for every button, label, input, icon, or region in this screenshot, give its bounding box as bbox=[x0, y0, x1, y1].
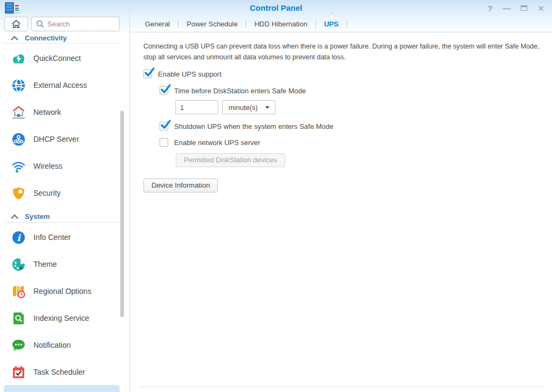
bottom-divider bbox=[139, 387, 543, 387]
home-button[interactable] bbox=[4, 17, 28, 31]
tab-separator bbox=[347, 20, 347, 28]
sidebar-item-label: Regional Options bbox=[33, 287, 91, 295]
sidebar-item-label: Network bbox=[33, 108, 61, 116]
time-unit-value: minute(s) bbox=[229, 104, 258, 112]
shutdown-ups-checkbox[interactable] bbox=[160, 122, 168, 130]
sidebar-item-label: QuickConnect bbox=[33, 54, 81, 63]
sidebar-item-label: Wireless bbox=[33, 162, 63, 170]
ups-description: Connecting a USB UPS can prevent data lo… bbox=[143, 41, 549, 63]
checkmark-icon bbox=[160, 84, 171, 94]
time-value-input[interactable] bbox=[175, 100, 218, 114]
sidebar-item-label: Task Scheduler bbox=[33, 368, 85, 376]
tab-general[interactable]: General bbox=[137, 16, 178, 32]
sidebar-section-system[interactable]: System bbox=[0, 211, 125, 221]
sidebar-item-selected-partial[interactable] bbox=[4, 385, 120, 392]
sidebar-item-info-center[interactable]: i Info Center bbox=[0, 224, 125, 251]
section-label: Connectivity bbox=[25, 34, 67, 42]
time-input-row: minute(s) bbox=[175, 100, 543, 114]
sidebar-item-quickconnect[interactable]: QuickConnect bbox=[0, 45, 125, 72]
checkmark-icon bbox=[160, 119, 171, 130]
speech-bubble-icon bbox=[11, 338, 26, 353]
sidebar-item-task-scheduler[interactable]: Task Scheduler bbox=[0, 359, 125, 386]
main-panel: General Power Schedule HDD Hibernation U… bbox=[129, 0, 552, 392]
sidebar-group-connectivity: QuickConnect External Access Network DHC… bbox=[0, 45, 125, 207]
chevron-up-icon bbox=[11, 36, 18, 40]
tab-hdd-hibernation[interactable]: HDD Hibernation bbox=[246, 16, 315, 32]
divider bbox=[3, 43, 122, 44]
shutdown-ups-label: Shutdown UPS when the system enters Safe… bbox=[174, 122, 334, 130]
checkmark-icon bbox=[144, 67, 155, 78]
calendar-check-icon bbox=[11, 365, 26, 380]
divider bbox=[3, 222, 122, 223]
sidebar-group-system: i Info Center Theme Regional Options Ind… bbox=[0, 224, 125, 386]
permitted-devices-button[interactable]: Permitted DiskStation devices bbox=[176, 153, 285, 167]
device-information-button[interactable]: Device Information bbox=[143, 178, 218, 192]
search-box[interactable] bbox=[31, 17, 120, 31]
search-icon bbox=[36, 20, 44, 28]
chevron-up-icon bbox=[11, 214, 18, 219]
network-house-icon bbox=[11, 105, 26, 120]
info-icon: i bbox=[11, 230, 26, 245]
wifi-icon bbox=[11, 159, 26, 174]
time-before-checkbox[interactable] bbox=[160, 86, 168, 95]
sidebar-item-notification[interactable]: Notification bbox=[0, 332, 125, 359]
sidebar-item-theme[interactable]: Theme bbox=[0, 251, 125, 278]
sidebar-item-wireless[interactable]: Wireless bbox=[0, 153, 125, 180]
search-input[interactable] bbox=[47, 20, 107, 28]
sidebar-item-label: Theme bbox=[33, 260, 57, 269]
home-icon bbox=[11, 19, 21, 29]
sidebar-item-label: External Access bbox=[33, 81, 87, 90]
network-ups-row: Enable network UPS server bbox=[160, 138, 543, 147]
tab-power-schedule[interactable]: Power Schedule bbox=[178, 16, 246, 32]
sidebar-scrollbar[interactable] bbox=[120, 111, 124, 317]
sidebar-item-label: Notification bbox=[33, 341, 71, 349]
map-clock-icon bbox=[11, 284, 26, 299]
section-label: System bbox=[25, 212, 50, 221]
sidebar-item-label: Security bbox=[33, 189, 61, 197]
sidebar-item-label: DHCP Server bbox=[33, 135, 79, 143]
time-before-row: Time before DiskStation enters Safe Mode bbox=[160, 86, 543, 95]
quickconnect-cloud-icon bbox=[11, 51, 26, 66]
dhcp-nodes-icon bbox=[11, 132, 26, 147]
sidebar-item-external-access[interactable]: External Access bbox=[0, 72, 125, 99]
sidebar-item-label: Info Center bbox=[33, 233, 71, 242]
sidebar-item-dhcp-server[interactable]: DHCP Server bbox=[0, 126, 125, 153]
sidebar: Connectivity QuickConnect External Acces… bbox=[0, 16, 129, 392]
enable-ups-label: Enable UPS support bbox=[158, 70, 222, 78]
network-ups-label: Enable network UPS server bbox=[174, 139, 260, 147]
time-unit-dropdown[interactable]: minute(s) bbox=[222, 100, 275, 114]
enable-ups-row: Enable UPS support bbox=[143, 70, 543, 78]
chevron-down-icon bbox=[265, 106, 270, 109]
palette-icon bbox=[11, 257, 26, 272]
magnifier-doc-icon bbox=[11, 311, 26, 326]
globe-icon bbox=[11, 78, 26, 93]
sidebar-item-network[interactable]: Network bbox=[0, 99, 125, 126]
sidebar-item-regional-options[interactable]: Regional Options bbox=[0, 278, 125, 305]
shutdown-ups-row: Shutdown UPS when the system enters Safe… bbox=[160, 122, 543, 130]
sidebar-item-label: Indexing Service bbox=[33, 314, 89, 322]
time-before-label: Time before DiskStation enters Safe Mode bbox=[174, 87, 306, 95]
control-panel-window: Control Panel ? — ✕ Connectivity QuickCo… bbox=[0, 0, 552, 392]
sidebar-item-security[interactable]: Security bbox=[0, 180, 125, 207]
network-ups-checkbox[interactable] bbox=[160, 138, 168, 147]
ups-tab-content: Connecting a USB UPS can prevent data lo… bbox=[130, 32, 552, 192]
sidebar-section-connectivity[interactable]: Connectivity bbox=[0, 33, 125, 43]
tab-bar: General Power Schedule HDD Hibernation U… bbox=[130, 16, 552, 32]
sidebar-item-indexing-service[interactable]: Indexing Service bbox=[0, 305, 125, 332]
enable-ups-checkbox[interactable] bbox=[143, 70, 152, 78]
shield-icon bbox=[11, 186, 26, 201]
